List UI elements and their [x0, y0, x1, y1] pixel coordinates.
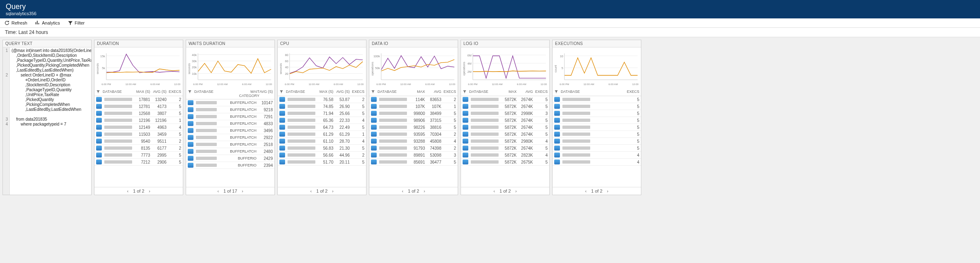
- table-row[interactable]: 99800 38499 5: [369, 110, 458, 117]
- table-row[interactable]: 56.66 44.96 2: [278, 152, 366, 159]
- filter-icon[interactable]: [371, 90, 378, 94]
- next-page-button[interactable]: ›: [607, 189, 609, 193]
- database-icon: [371, 160, 377, 164]
- table-row[interactable]: 5: [553, 110, 641, 117]
- table-row[interactable]: 98906 37315 5: [369, 117, 458, 124]
- filter-icon[interactable]: [554, 90, 561, 94]
- table-row[interactable]: 107K 107K 1: [369, 103, 458, 110]
- next-page-button[interactable]: ›: [242, 189, 243, 193]
- table-row[interactable]: 65.36 22.33 4: [278, 117, 366, 124]
- line-chart[interactable]: 204060806:00 PM12:00 AM6:00 AM12:00 PMse…: [278, 47, 366, 88]
- table-row[interactable]: 93288 45808 4: [369, 138, 458, 145]
- table-row[interactable]: 12149 4963 4: [94, 124, 183, 131]
- filter-icon[interactable]: [463, 90, 469, 94]
- table-row[interactable]: BUFFERLATCH 4833: [186, 120, 274, 127]
- next-page-button[interactable]: ›: [149, 189, 151, 193]
- row-execs: 2: [441, 132, 456, 137]
- table-row[interactable]: 5872K 2674K 5: [461, 103, 549, 110]
- next-page-button[interactable]: ›: [515, 189, 517, 193]
- table-row[interactable]: BUFFERIO 2394: [186, 162, 274, 169]
- table-row[interactable]: BUFFERLATCH 7291: [186, 113, 274, 120]
- table-row[interactable]: 5: [553, 131, 641, 138]
- time-range-bar[interactable]: Time: Last 24 hours: [0, 28, 980, 37]
- table-row[interactable]: 5: [553, 138, 641, 145]
- table-row[interactable]: 8135 6177 2: [94, 145, 183, 152]
- table-row[interactable]: 5: [553, 117, 641, 124]
- table-row[interactable]: 98226 38816 5: [369, 124, 458, 131]
- table-row[interactable]: 5: [553, 145, 641, 152]
- table-row[interactable]: 74.85 26.90 5: [278, 103, 366, 110]
- prev-page-button[interactable]: ‹: [585, 189, 587, 193]
- table-row[interactable]: 64.73 22.49 5: [278, 124, 366, 131]
- line-chart[interactable]: 10k20k30k40k6:00 PM12:00 AM6:00 AM12:00 …: [186, 47, 274, 88]
- table-row[interactable]: 89891 53098 3: [369, 152, 458, 159]
- table-row[interactable]: BUFFERLATCH 10147: [186, 99, 274, 106]
- table-row[interactable]: 5872K 2674K 5: [461, 131, 549, 138]
- table-row[interactable]: 4: [553, 152, 641, 159]
- panel-title: WAITS DURATION: [186, 40, 274, 47]
- table-row[interactable]: 7212 2906 5: [94, 159, 183, 166]
- table-row[interactable]: 12196 12196 1: [94, 117, 183, 124]
- table-row[interactable]: 12568 3807 5: [94, 110, 183, 117]
- table-row[interactable]: 51.70 20.11 5: [278, 159, 366, 166]
- next-page-button[interactable]: ›: [332, 189, 334, 193]
- next-page-button[interactable]: ›: [424, 189, 425, 193]
- analytics-button[interactable]: Analytics: [35, 20, 60, 26]
- table-row[interactable]: 9540 9511 2: [94, 138, 183, 145]
- table-row[interactable]: 5: [553, 124, 641, 131]
- row-avg: 12196: [150, 118, 166, 123]
- table-row[interactable]: 5872K 2823K 4: [461, 152, 549, 159]
- table-row[interactable]: 11503 3459 5: [94, 131, 183, 138]
- table-row[interactable]: 91793 74398 2: [369, 145, 458, 152]
- metric-panel: LOG IO 2M4M6M6:00 PM12:00 AM6:00 AM12:00…: [461, 40, 550, 195]
- table-row[interactable]: 17881 13240 2: [94, 96, 183, 103]
- table-row[interactable]: 5: [553, 103, 641, 110]
- table-row[interactable]: BUFFERLATCH 2480: [186, 148, 274, 155]
- line-chart[interactable]: 50k100k6:00 PM12:00 AM6:00 AM12:00 PMope…: [369, 47, 458, 88]
- filter-button[interactable]: Filter: [67, 20, 85, 26]
- prev-page-button[interactable]: ‹: [217, 189, 219, 193]
- table-row[interactable]: 93595 70304 2: [369, 131, 458, 138]
- table-row[interactable]: BUFFERLATCH 2518: [186, 141, 274, 148]
- table-row[interactable]: 61.10 28.70 4: [278, 138, 366, 145]
- table-row[interactable]: BUFFERIO 2429: [186, 155, 274, 162]
- line-chart[interactable]: 2M4M6M6:00 PM12:00 AM6:00 AM12:00 PMoper…: [461, 47, 549, 88]
- row-max: 5872K: [500, 111, 517, 116]
- database-icon: [279, 132, 285, 137]
- table-row[interactable]: 5872K 2674K 5: [461, 145, 549, 152]
- table-row[interactable]: 85691 36477 5: [369, 159, 458, 166]
- table-row[interactable]: 7773 2995 5: [94, 152, 183, 159]
- table-row[interactable]: 12781 4173 5: [94, 103, 183, 110]
- prev-page-button[interactable]: ‹: [494, 189, 495, 193]
- table-row[interactable]: 4: [553, 159, 641, 166]
- table-row[interactable]: 71.94 25.66 5: [278, 110, 366, 117]
- prev-page-button[interactable]: ‹: [310, 189, 312, 193]
- row-category: BUFFERIO: [218, 156, 258, 160]
- row-category: BUFFERLATCH: [218, 101, 258, 105]
- table-row[interactable]: 5872K 2674K 5: [461, 117, 549, 124]
- line-chart[interactable]: 5106:00 PM12:00 AM6:00 AM12:00 PMcount: [553, 47, 641, 88]
- table-row[interactable]: 5872K 2980K 4: [461, 138, 549, 145]
- table-row[interactable]: 61.29 61.29 1: [278, 131, 366, 138]
- table-row[interactable]: 56.83 21.30 5: [278, 145, 366, 152]
- refresh-button[interactable]: Refresh: [4, 20, 27, 26]
- table-row[interactable]: 5872K 2675K 5: [461, 159, 549, 166]
- code-editor[interactable]: 1 2 34 (@max int)insert into data201835(…: [3, 47, 91, 195]
- table-row[interactable]: 5872K 2674K 5: [461, 124, 549, 131]
- table-row[interactable]: 76.58 53.87 2: [278, 96, 366, 103]
- filter-icon[interactable]: [96, 90, 103, 94]
- filter-icon[interactable]: [279, 90, 286, 94]
- prev-page-button[interactable]: ‹: [402, 189, 404, 193]
- table-row[interactable]: BUFFERLATCH 2922: [186, 134, 274, 141]
- table-row[interactable]: BUFFERLATCH 9218: [186, 106, 274, 113]
- table-row[interactable]: 114K 83653 2: [369, 96, 458, 103]
- filter-icon[interactable]: [188, 90, 194, 98]
- table-row[interactable]: 5872K 2998K 3: [461, 110, 549, 117]
- table-row[interactable]: 5: [553, 96, 641, 103]
- table-header: DATABASE WAIT CATEGORY AVG (S): [186, 88, 274, 99]
- line-chart[interactable]: 5k15k6:00 PM12:00 AM6:00 AM12:00 PMsecon…: [94, 47, 183, 88]
- table-row[interactable]: 5872K 2674K 5: [461, 96, 549, 103]
- prev-page-button[interactable]: ‹: [127, 189, 129, 193]
- table-row[interactable]: BUFFERLATCH 3496: [186, 127, 274, 134]
- page-header: Query sqlanalytics356: [0, 0, 980, 18]
